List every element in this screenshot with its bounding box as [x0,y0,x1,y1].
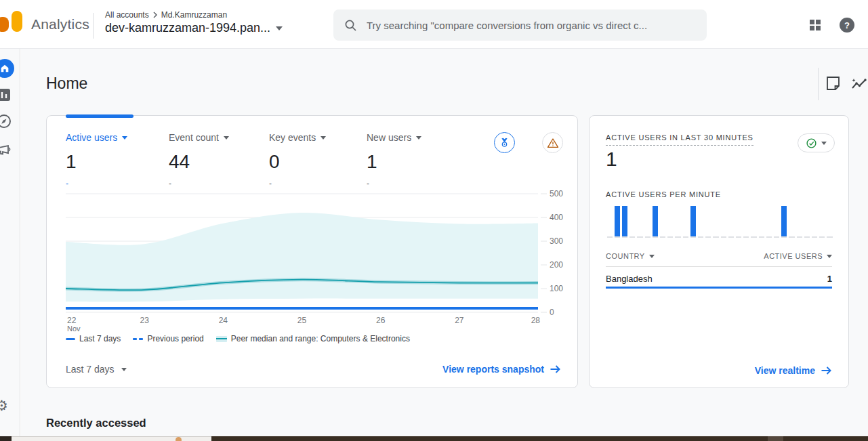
help-icon[interactable]: ? [840,18,854,33]
notes-icon[interactable] [826,76,840,91]
minute-slot [653,206,658,238]
analytics-logo-icon [12,11,22,32]
content-header-divider [818,68,819,100]
minute-slot [660,206,665,238]
svg-text:0: 0 [550,308,554,317]
minute-slot [607,206,613,238]
sidebar-item-home[interactable] [0,59,14,78]
search-input[interactable] [367,20,696,31]
diagnostics-grid-icon[interactable] [810,20,821,30]
active-users-trend-chart[interactable]: 010020030040050022Nov232425262728 [47,116,579,389]
realtime-title: ACTIVE USERS IN LAST 30 MINUTES [606,133,753,146]
minute-slot [683,206,688,238]
caret-down-icon [276,26,283,30]
svg-text:500: 500 [550,189,563,198]
realtime-card: ACTIVE USERS IN LAST 30 MINUTES 1 ACTIVE… [589,115,849,388]
breadcrumb-account[interactable]: Md.Kamruzzaman [161,10,227,20]
minute-slot [743,206,749,238]
minute-slot [698,206,703,238]
minute-slot [797,206,802,238]
date-range-label: Last 7 days [66,364,115,375]
legend-label: Previous period [147,334,203,343]
main-content: Home Active users 1 - Event count 44 - K… [21,49,868,436]
caret-down-icon [821,142,827,145]
arrow-right-icon [550,364,561,374]
minute-bar [653,206,658,236]
date-range-dropdown[interactable]: Last 7 days [66,364,127,375]
minute-slot [637,206,642,238]
country-column-header[interactable]: COUNTRY [606,252,655,260]
header-divider [93,13,94,39]
country-table-row: Bangladesh 1 [606,274,832,284]
legend-label: Peer median and range: Computers & Elect… [231,334,410,343]
sidebar-item-reports[interactable] [0,87,12,103]
minute-slot [721,206,726,238]
active-users-column-header[interactable]: ACTIVE USERS [764,252,832,260]
desktop-strip-segment [0,436,12,441]
property-switcher[interactable]: dev-kamruzzaman-1994.pan... [105,21,283,35]
country-row-bar [606,287,832,289]
column-header-label: ACTIVE USERS [764,252,823,260]
caret-down-icon [121,368,127,371]
sidebar-item-explore[interactable] [0,113,12,129]
svg-text:400: 400 [550,213,563,222]
minute-slot [667,206,673,238]
caret-down-icon [649,255,655,258]
desktop-strip-segment [768,436,783,441]
legend-label: Last 7 days [79,334,121,343]
check-circle-icon [806,138,817,149]
svg-text:Nov: Nov [67,324,81,333]
caret-down-icon [827,255,832,258]
svg-text:24: 24 [219,316,228,325]
breadcrumb: All accounts Md.Kamruzzaman [105,10,227,20]
link-label: View realtime [755,365,815,376]
legend-swatch-previous-period [133,338,143,340]
active-users-per-minute-chart[interactable] [606,206,833,238]
svg-text:23: 23 [140,316,149,325]
per-minute-label: ACTIVE USERS PER MINUTE [606,190,721,198]
country-active-users: 1 [827,274,832,284]
svg-text:22: 22 [67,316,77,325]
minute-bar [690,206,696,236]
minute-slot [819,206,825,238]
svg-text:200: 200 [550,260,563,270]
property-name: dev-kamruzzaman-1994.pan... [105,21,270,35]
svg-text:25: 25 [297,316,307,325]
minute-slot [804,206,810,238]
search-bar[interactable] [333,9,707,41]
view-reports-snapshot-link[interactable]: View reports snapshot [442,364,561,375]
realtime-status-button[interactable] [798,133,835,152]
legend-swatch-peer-range [216,336,227,342]
minute-slot [781,206,787,238]
sidebar-item-admin[interactable]: ⚙ [0,398,8,413]
sidebar-item-advertising[interactable] [0,141,12,157]
minute-slot [705,206,711,238]
svg-text:26: 26 [376,316,386,325]
minute-slot [622,206,627,238]
column-header-label: COUNTRY [606,252,645,260]
desktop-strip-dot [175,437,182,441]
minute-slot [615,206,620,238]
minute-slot [629,206,635,238]
view-realtime-link[interactable]: View realtime [755,365,832,376]
breadcrumb-all-accounts[interactable]: All accounts [105,10,149,20]
analytics-logo-icon [0,17,9,32]
arrow-right-icon [821,366,832,375]
minute-slot [751,206,756,238]
minute-bar [781,206,787,236]
search-icon [344,19,357,32]
svg-text:300: 300 [550,236,563,246]
minute-bar [615,206,620,236]
realtime-active-users-value: 1 [606,148,617,171]
top-app-bar: Analytics All accounts Md.Kamruzzaman de… [0,0,868,49]
minute-slot [766,206,772,238]
minute-slot [728,206,734,238]
minute-bar [622,206,627,236]
home-overview-card: Active users 1 - Event count 44 - Key ev… [46,115,578,388]
insights-icon[interactable] [850,76,868,91]
minute-slot [675,206,680,238]
svg-text:100: 100 [550,284,563,293]
minute-slot [736,206,741,238]
product-name: Analytics [31,16,89,33]
desktop-strip [0,436,868,441]
